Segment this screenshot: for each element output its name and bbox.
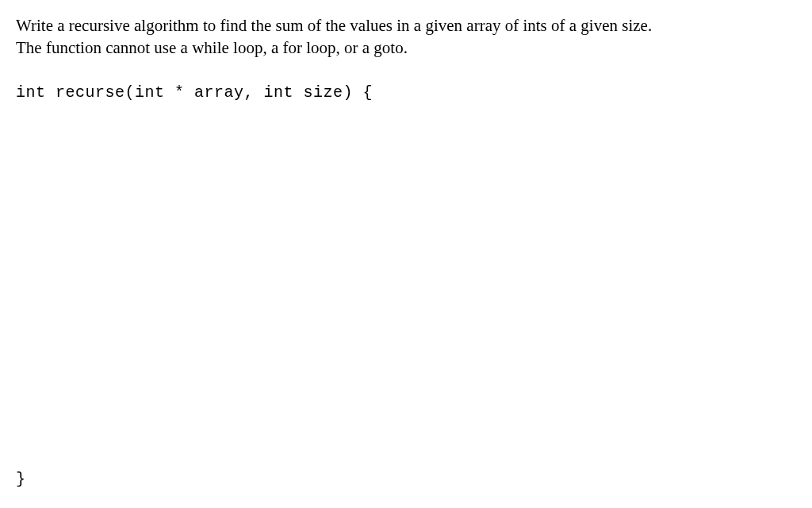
problem-line-2: The function cannot use a while loop, a … (16, 37, 796, 59)
problem-statement: Write a recursive algorithm to find the … (16, 14, 796, 60)
function-closing-brace: } (16, 468, 796, 490)
problem-line-1: Write a recursive algorithm to find the … (16, 14, 796, 37)
function-body-blank (16, 103, 796, 468)
function-signature: int recurse(int * array, int size) { (16, 82, 796, 103)
